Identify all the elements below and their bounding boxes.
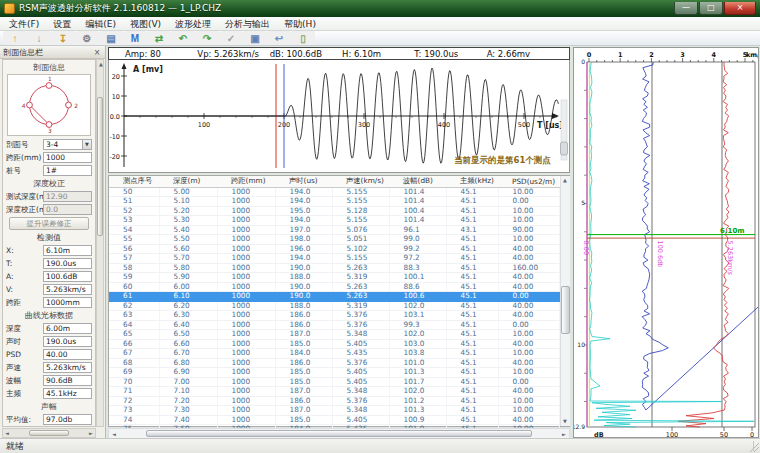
scrollbar-thumb[interactable]: [561, 286, 570, 334]
table-vertical-scrollbar[interactable]: ▲ ▼: [560, 176, 570, 426]
maximize-button[interactable]: □: [699, 2, 723, 15]
scroll-left-icon[interactable]: ◄: [109, 429, 119, 438]
table-row[interactable]: 585.801000190.05.26388.345.1160.00: [109, 263, 559, 273]
table-row[interactable]: 737.301000187.05.348101.345.110.00: [109, 406, 559, 416]
field-value[interactable]: 97.0db: [43, 414, 92, 425]
table-row[interactable]: 575.701000194.05.15597.245.140.00: [109, 254, 559, 264]
table-row[interactable]: 565.601000196.05.10299.245.140.00: [109, 244, 559, 254]
menu-item-7[interactable]: 帮助(H): [277, 17, 323, 31]
column-header[interactable]: 主频(kHz): [446, 176, 498, 187]
column-header[interactable]: 跨距(mm): [217, 176, 275, 187]
scroll-up-icon[interactable]: ▲: [561, 176, 570, 185]
field-value[interactable]: 40.00: [43, 349, 92, 360]
table-row[interactable]: 646.401000186.05.37699.345.10.00: [109, 320, 559, 330]
table-row[interactable]: 535.301000194.05.155101.445.110.00: [109, 216, 559, 226]
table-row[interactable]: 525.201000195.05.128100.445.110.00: [109, 206, 559, 216]
table-row[interactable]: 676.701000184.05.435103.845.110.00: [109, 349, 559, 359]
table-cell: 101.4: [389, 187, 446, 197]
field-value[interactable]: 6.10m: [43, 245, 92, 256]
lift-error-correction-button[interactable]: 提升误差修正: [9, 217, 89, 230]
svg-text:2: 2: [649, 51, 654, 59]
settings-gear-button[interactable]: ⚙: [75, 31, 99, 45]
column-header[interactable]: 深度(m): [159, 176, 217, 187]
column-header[interactable]: 测点序号: [109, 176, 159, 187]
table-cell: 45.1: [446, 244, 498, 254]
wave-slider-thumb[interactable]: [561, 142, 568, 155]
depth-profile-chart[interactable]: 012345km/sdB100500051012.96.10m0.00100.6…: [574, 48, 758, 438]
table-row[interactable]: 616.101000190.05.263100.645.10.00: [109, 292, 559, 302]
field-value[interactable]: 1000: [43, 152, 92, 163]
refresh-button[interactable]: ⇄: [147, 31, 171, 45]
scrollbar-thumb[interactable]: [146, 430, 532, 437]
table-row[interactable]: 727.201000186.05.376101.245.110.00: [109, 396, 559, 406]
table-row[interactable]: 515.101000194.05.155101.445.10.00: [109, 197, 559, 207]
field-value[interactable]: 3-4▼: [43, 139, 92, 150]
report-page-button[interactable]: ▯: [291, 31, 315, 45]
table-row[interactable]: 505.001000194.05.155101.445.110.00: [109, 187, 559, 197]
scroll-up-icon[interactable]: ▲: [97, 60, 105, 68]
table-row[interactable]: 686.801000186.05.376101.045.140.00: [109, 358, 559, 368]
waveform-plot[interactable]: 10020030040050020100.0-10-20A [mv]T [us]…: [109, 60, 570, 171]
redo-button[interactable]: ↷: [195, 31, 219, 45]
field-value[interactable]: 190.0us: [43, 336, 92, 347]
table-cell: 5.30: [159, 216, 217, 226]
sidebar-close-icon[interactable]: ×: [92, 48, 102, 57]
menu-item-1[interactable]: 文件(F): [2, 17, 46, 31]
field-value[interactable]: 1000mm: [43, 297, 92, 308]
column-header[interactable]: 波幅(dB): [389, 176, 446, 187]
table-row[interactable]: 595.901000188.05.319100.145.140.00: [109, 273, 559, 283]
scrollbar-thumb[interactable]: [29, 430, 69, 436]
close-button[interactable]: ×: [724, 2, 756, 15]
menu-item-5[interactable]: 波形处理: [168, 17, 218, 31]
panel-layout-button[interactable]: ▤: [99, 31, 123, 45]
field-value[interactable]: 1#: [43, 165, 92, 176]
table-cell: 45.1: [446, 292, 498, 302]
table-row[interactable]: 707.001000185.05.405101.745.10.00: [109, 377, 559, 387]
table-row[interactable]: 717.101000187.05.348102.045.140.00: [109, 387, 559, 397]
scroll-down-icon[interactable]: ▼: [561, 417, 570, 426]
field-value[interactable]: 100.6dB: [43, 271, 92, 282]
toolbar: ↑↓↧⚙▤M⇄↶↷✓▣↩▯: [0, 31, 760, 46]
resize-grip-icon[interactable]: [749, 442, 759, 452]
table-row[interactable]: 545.401000197.05.07696.143.190.00: [109, 225, 559, 235]
table-row[interactable]: 555.501000198.05.05199.045.110.00: [109, 235, 559, 245]
menu-item-4[interactable]: 视图(V): [123, 17, 168, 31]
field-value[interactable]: 5.263km/s: [43, 362, 92, 373]
table-row[interactable]: 666.601000185.05.405103.045.140.00: [109, 339, 559, 349]
table-row[interactable]: 606.001000190.05.26388.645.140.00: [109, 282, 559, 292]
save-project-button[interactable]: ↓: [27, 31, 51, 45]
table-row[interactable]: 626.201000188.05.319102.045.140.00: [109, 301, 559, 311]
sidebar-horizontal-scrollbar[interactable]: ◄ ►: [2, 428, 96, 438]
check-disabled-button[interactable]: ✓: [219, 31, 243, 45]
chevron-down-icon[interactable]: ▼: [82, 140, 91, 149]
field-value[interactable]: 5.263km/s: [43, 284, 92, 295]
scroll-left-icon[interactable]: ◄: [3, 429, 11, 437]
field-value[interactable]: 45.1kHz: [43, 388, 92, 399]
undo-button[interactable]: ↶: [171, 31, 195, 45]
open-project-button[interactable]: ↑: [3, 31, 27, 45]
column-header[interactable]: 声时(us): [275, 176, 332, 187]
field-value[interactable]: 6.00m: [43, 323, 92, 334]
menu-item-6[interactable]: 分析与输出: [218, 17, 277, 31]
table-cell: 66: [109, 339, 159, 349]
field-value[interactable]: 90.6dB: [43, 375, 92, 386]
waveform-view-button[interactable]: M: [123, 31, 147, 45]
scroll-right-icon[interactable]: ►: [87, 429, 95, 437]
table-row[interactable]: 747.401000185.05.405100.945.140.00: [109, 415, 559, 425]
table-row[interactable]: 636.301000186.05.376103.145.140.00: [109, 311, 559, 321]
menu-item-2[interactable]: 设置: [46, 17, 78, 31]
scrollbar-thumb[interactable]: [97, 97, 103, 236]
table-row[interactable]: 696.901000185.05.405101.345.110.00: [109, 368, 559, 378]
folder-copy-button[interactable]: ▣: [243, 31, 267, 45]
scroll-right-icon[interactable]: ►: [559, 429, 569, 438]
table-cell: 186.0: [275, 311, 332, 321]
minimize-button[interactable]: —: [674, 2, 698, 15]
export-file-button[interactable]: ↧: [51, 31, 75, 45]
sidebar-vertical-scrollbar[interactable]: ▲: [96, 59, 104, 427]
column-header[interactable]: 声速(km/s): [332, 176, 389, 187]
column-header[interactable]: PSD(us2/m): [498, 176, 559, 187]
menu-item-3[interactable]: 编辑(E): [78, 17, 123, 31]
field-value[interactable]: 190.0us: [43, 258, 92, 269]
table-row[interactable]: 656.501000187.05.348102.045.110.00: [109, 330, 559, 340]
share-back-button[interactable]: ↩: [267, 31, 291, 45]
